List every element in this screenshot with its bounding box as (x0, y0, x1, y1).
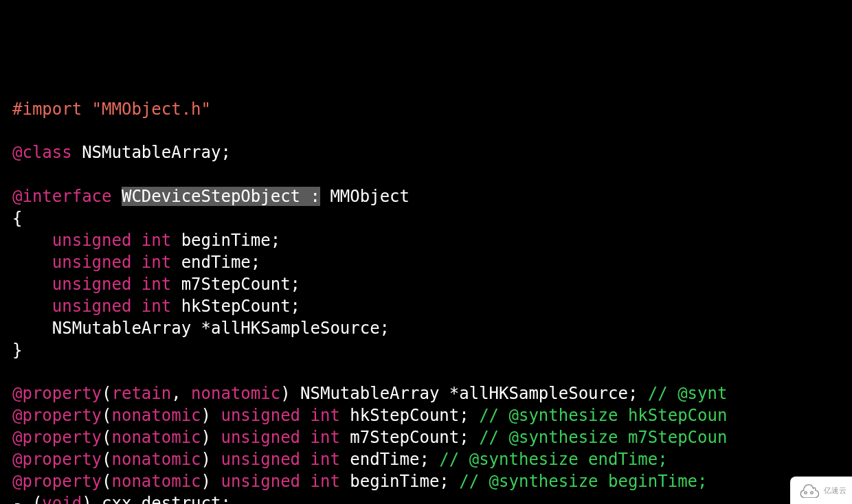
comment: // @synthesize m7StepCoun (479, 428, 727, 447)
paren: ( (102, 384, 111, 403)
ivar-name: m7StepCount; (171, 275, 300, 294)
ivar-decl: NSMutableArray *allHKSampleSource; (52, 319, 390, 338)
attr: nonatomic (191, 384, 280, 403)
prop-decl: hkStepCount; (340, 406, 479, 425)
watermark-text: 亿速云 (824, 487, 847, 494)
code-line: #import "MMObject.h" (12, 99, 840, 121)
type-keyword: int (311, 450, 340, 469)
paren: ) (280, 384, 290, 403)
ivar-name: hkStepCount; (171, 297, 300, 316)
type-keyword: unsigned (221, 472, 300, 491)
paren: ) (201, 428, 221, 447)
code-line: @property(retain, nonatomic) NSMutableAr… (12, 383, 840, 405)
space (300, 406, 310, 425)
space (300, 472, 310, 491)
type-keyword: unsigned (52, 275, 132, 294)
comment: // @synthesize hkStepCoun (479, 406, 727, 425)
keyword: @property (12, 384, 102, 403)
text: NSMutableArray; (72, 143, 231, 162)
text: MMObject (320, 187, 410, 206)
prop-decl: m7StepCount; (340, 428, 479, 447)
space (300, 428, 310, 447)
attr: nonatomic (112, 428, 201, 447)
blank-line (12, 121, 840, 143)
code-line: @property(nonatomic) unsigned int endTim… (12, 449, 840, 471)
indent (12, 231, 52, 250)
type-keyword: unsigned (221, 428, 300, 447)
prop-decl: NSMutableArray *allHKSampleSource; (291, 384, 648, 403)
prop-decl: endTime; (340, 450, 440, 469)
type-keyword: int (142, 253, 171, 272)
code-line: unsigned int endTime; (12, 252, 840, 274)
type-keyword: unsigned (52, 231, 132, 250)
type-keyword: unsigned (221, 406, 300, 425)
code-line: @property(nonatomic) unsigned int m7Step… (12, 427, 840, 449)
keyword: @class (12, 143, 72, 162)
blank-line (12, 164, 840, 186)
code-line: unsigned int hkStepCount; (12, 296, 840, 318)
ivar-name: endTime; (171, 253, 260, 272)
type-keyword: int (142, 231, 171, 250)
blank-line (12, 362, 840, 384)
code-line: - (void).cxx_destruct; (12, 493, 840, 504)
code-line: NSMutableArray *allHKSampleSource; (12, 318, 840, 340)
paren: ) (201, 450, 221, 469)
text: - ( (12, 494, 42, 504)
code-block: #import "MMObject.h" @class NSMutableArr… (12, 99, 840, 504)
code-line: @property(nonatomic) unsigned int beginT… (12, 471, 840, 493)
text: ).cxx_destruct; (82, 494, 231, 504)
comma: , (171, 384, 191, 403)
type-keyword: int (311, 406, 340, 425)
paren: ( (102, 472, 111, 491)
import-directive: #import (12, 100, 82, 119)
selected-text: WCDeviceStepObject : (122, 187, 320, 206)
cloud-icon (796, 483, 821, 498)
prop-decl: beginTime; (340, 472, 459, 491)
attr: nonatomic (112, 450, 201, 469)
keyword: @property (12, 472, 102, 491)
type-keyword: unsigned (52, 297, 132, 316)
attr: nonatomic (112, 472, 201, 491)
type-keyword: unsigned (221, 450, 300, 469)
indent (12, 319, 52, 338)
indent (12, 253, 52, 272)
code-line: unsigned int beginTime; (12, 230, 840, 252)
keyword: @interface (12, 187, 112, 206)
attr: nonatomic (112, 406, 201, 425)
code-line: @interface WCDeviceStepObject : MMObject (12, 186, 840, 208)
import-path: "MMObject.h" (92, 100, 211, 119)
paren: ) (201, 472, 221, 491)
paren: ) (201, 406, 221, 425)
code-line: unsigned int m7StepCount; (12, 274, 840, 296)
keyword: @property (12, 406, 102, 425)
paren: ( (102, 450, 111, 469)
type-keyword: int (311, 428, 340, 447)
space (300, 450, 310, 469)
code-line: @property(nonatomic) unsigned int hkStep… (12, 405, 840, 427)
code-line: @class NSMutableArray; (12, 142, 840, 164)
comment: // @synt (648, 384, 728, 403)
code-line: { (12, 208, 840, 230)
type-keyword: int (142, 275, 171, 294)
space (112, 187, 122, 206)
comment: // @synthesize endTime; (439, 450, 667, 469)
keyword: @property (12, 428, 102, 447)
type-keyword: int (311, 472, 340, 491)
indent (12, 297, 52, 316)
paren: ( (102, 428, 111, 447)
attr: retain (112, 384, 172, 403)
watermark: 亿速云 (790, 477, 852, 504)
ivar-name: beginTime; (171, 231, 280, 250)
type-keyword: int (142, 297, 171, 316)
paren: ( (102, 406, 111, 425)
comment: // @synthesize beginTime; (459, 472, 707, 491)
type-keyword: unsigned (52, 253, 132, 272)
indent (12, 275, 52, 294)
type-keyword: void (42, 494, 82, 504)
keyword: @property (12, 450, 102, 469)
code-line: } (12, 340, 840, 362)
